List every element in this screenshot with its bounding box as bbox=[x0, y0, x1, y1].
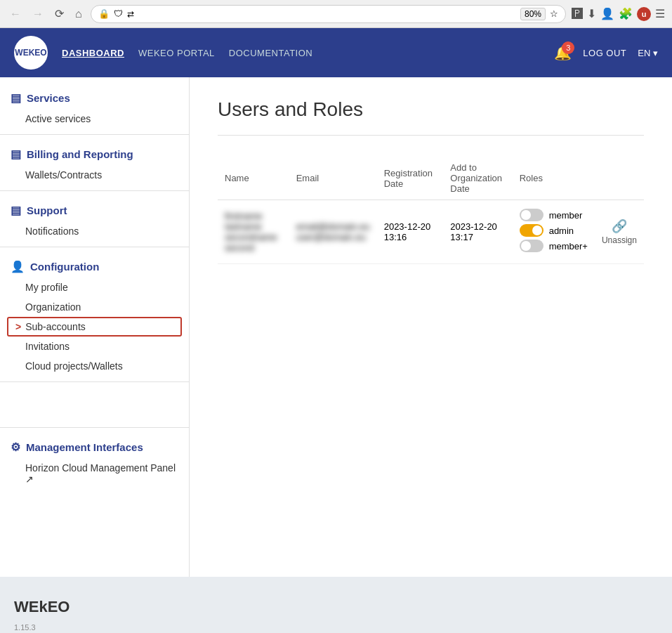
forward-button[interactable]: → bbox=[29, 6, 46, 22]
pocket-icon[interactable]: 🅿 bbox=[572, 8, 583, 20]
role-member-plus: member+ bbox=[520, 240, 588, 252]
users-table: Name Email Registration Date Add toOrgan… bbox=[218, 157, 644, 264]
reload-button[interactable]: ⟳ bbox=[52, 6, 67, 22]
account-icon[interactable]: 👤 bbox=[600, 7, 614, 20]
footer-version: 1.15.3 bbox=[14, 623, 658, 632]
user-name: firstname lastname secondname second bbox=[218, 200, 289, 264]
sidebar-item-my-profile[interactable]: My profile bbox=[0, 278, 189, 297]
role-admin-label: admin bbox=[549, 226, 574, 236]
col-email: Email bbox=[289, 157, 377, 200]
logout-button[interactable]: LOG OUT bbox=[583, 48, 626, 58]
management-icon: ⚙ bbox=[11, 441, 20, 454]
active-arrow: > bbox=[15, 321, 21, 332]
user-action: 🔗 Unassign bbox=[595, 200, 644, 264]
sidebar-item-wallets[interactable]: Wallets/Contracts bbox=[0, 165, 189, 185]
col-action bbox=[595, 157, 644, 200]
sidebar: ▤ Services Active services ▤ Billing and… bbox=[0, 77, 190, 577]
billing-icon: ▤ bbox=[11, 148, 21, 161]
header-right: 🔔 3 LOG OUT EN ▾ bbox=[554, 44, 658, 61]
nav-docs[interactable]: DOCUMENTATION bbox=[229, 48, 312, 58]
zoom-badge: 80% bbox=[520, 8, 546, 20]
sidebar-section-support: ▤ Support bbox=[0, 197, 189, 221]
security-icon: 🔒 bbox=[98, 8, 110, 19]
extensions-icon[interactable]: 🧩 bbox=[619, 7, 633, 20]
shield-icon: 🛡 bbox=[114, 8, 123, 19]
sidebar-section-billing: ▤ Billing and Reporting bbox=[0, 141, 189, 165]
col-roles: Roles bbox=[513, 157, 595, 200]
sidebar-section-management: ⚙ Management Interfaces bbox=[0, 433, 189, 458]
logo: WEKEO bbox=[14, 36, 48, 70]
sidebar-item-horizon[interactable]: Horizon Cloud Management Panel ↗ bbox=[0, 458, 189, 489]
config-icon: 👤 bbox=[11, 260, 25, 273]
url-input[interactable]: https://cf-admin.wekeo2.eu/panel/users bbox=[138, 8, 516, 19]
app-footer: WEkEO 1.15.3 bbox=[0, 577, 672, 633]
page-title: Users and Roles bbox=[218, 98, 644, 121]
toggle-knob bbox=[521, 241, 531, 251]
notifications-button[interactable]: 🔔 3 bbox=[554, 44, 572, 61]
sidebar-item-active-services[interactable]: Active services bbox=[0, 109, 189, 129]
nav-dashboard[interactable]: DASHBOARD bbox=[62, 48, 124, 58]
toggle-knob bbox=[521, 210, 531, 220]
role-member: member bbox=[520, 209, 588, 221]
role-admin: admin bbox=[520, 224, 588, 237]
col-name: Name bbox=[218, 157, 289, 200]
sidebar-item-cloud-projects[interactable]: Cloud projects/Wallets bbox=[0, 356, 189, 376]
browser-toolbar: 🅿 ⬇ 👤 🧩 u ☰ bbox=[572, 7, 665, 21]
language-selector[interactable]: EN ▾ bbox=[638, 48, 658, 58]
role-admin-toggle[interactable] bbox=[520, 224, 543, 237]
bookmark-icon[interactable]: ☆ bbox=[550, 8, 558, 19]
sidebar-item-organization[interactable]: Organization bbox=[0, 297, 189, 317]
sidebar-item-invitations[interactable]: Invitations bbox=[0, 337, 189, 356]
role-member-plus-toggle[interactable] bbox=[520, 240, 543, 252]
unassign-button[interactable]: 🔗 Unassign bbox=[602, 218, 637, 245]
ublock-icon[interactable]: u bbox=[637, 7, 651, 21]
toggle-knob bbox=[532, 226, 542, 235]
pip-icon: ⇄ bbox=[127, 9, 134, 19]
role-member-toggle[interactable] bbox=[520, 209, 543, 221]
sidebar-item-notifications[interactable]: Notifications bbox=[0, 221, 189, 241]
table-row: firstname lastname secondname second ema… bbox=[218, 200, 644, 264]
main-content: Users and Roles Name Email Registration … bbox=[190, 77, 672, 577]
user-add-org-date: 2023-12-20 13:17 bbox=[443, 200, 512, 264]
sidebar-item-sub-accounts[interactable]: > Sub-accounts bbox=[7, 317, 182, 337]
sidebar-section-configuration: 👤 Configuration bbox=[0, 253, 189, 278]
user-email: email@domain.eu user@domain.eu bbox=[289, 200, 377, 264]
app-header: WEKEO DASHBOARD WEKEO PORTAL DOCUMENTATI… bbox=[0, 28, 672, 77]
user-roles: member admin member+ bbox=[513, 200, 595, 264]
download-icon[interactable]: ⬇ bbox=[587, 7, 596, 20]
col-reg-date: Registration Date bbox=[377, 157, 444, 200]
col-add-org-date: Add toOrganizationDate bbox=[443, 157, 512, 200]
user-reg-date: 2023-12-20 13:16 bbox=[377, 200, 444, 264]
page-layout: ▤ Services Active services ▤ Billing and… bbox=[0, 77, 672, 577]
role-member-label: member bbox=[549, 210, 583, 221]
unassign-icon: 🔗 bbox=[612, 218, 627, 234]
back-button[interactable]: ← bbox=[7, 6, 24, 22]
role-member-plus-label: member+ bbox=[549, 241, 588, 252]
browser-chrome: ← → ⟳ ⌂ 🔒 🛡 ⇄ https://cf-admin.wekeo2.eu… bbox=[0, 0, 672, 28]
nav-portal[interactable]: WEKEO PORTAL bbox=[138, 48, 215, 58]
main-nav: DASHBOARD WEKEO PORTAL DOCUMENTATION bbox=[62, 48, 312, 58]
notification-badge: 3 bbox=[562, 41, 574, 54]
address-bar: 🔒 🛡 ⇄ https://cf-admin.wekeo2.eu/panel/u… bbox=[91, 5, 566, 23]
content-divider bbox=[218, 135, 644, 136]
home-button[interactable]: ⌂ bbox=[72, 6, 85, 22]
sidebar-section-services: ▤ Services bbox=[0, 84, 189, 109]
support-icon: ▤ bbox=[11, 204, 21, 217]
menu-icon[interactable]: ☰ bbox=[655, 7, 665, 20]
services-icon: ▤ bbox=[11, 91, 21, 105]
footer-brand: WEkEO bbox=[14, 598, 658, 616]
